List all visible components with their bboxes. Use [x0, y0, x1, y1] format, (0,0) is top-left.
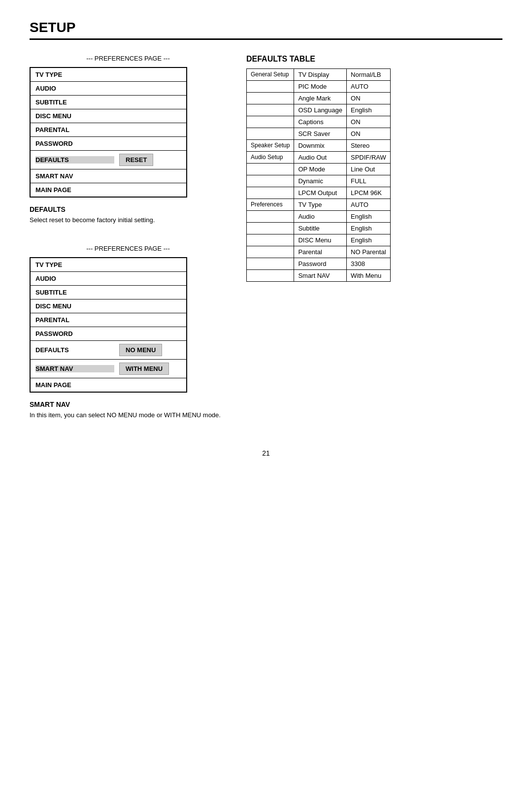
table-row: DynamicFULL [247, 175, 391, 187]
table-row: Angle MarkON [247, 93, 391, 104]
menu-item-subtitle-1-label: SUBTITLE [35, 99, 114, 106]
table-cell-setting: Captions [294, 116, 347, 128]
menu-item-mainpage-1-label: MAIN PAGE [35, 186, 114, 194]
table-cell-value: LPCM 96K [347, 187, 391, 199]
menu-item-parental-2-label: PARENTAL [35, 316, 114, 324]
table-row: AudioEnglish [247, 211, 391, 223]
table-cell-value: Normal/LB [347, 69, 391, 81]
table-row: PreferencesTV TypeAUTO [247, 199, 391, 211]
menu-item-smartnav-2-label: SMART NAV [35, 365, 114, 372]
left-column: --- PREFERENCES PAGE --- TV TYPE AUDIO S… [30, 55, 227, 420]
page-number: 21 [30, 449, 502, 457]
menu-item-audio-1-label: AUDIO [35, 85, 114, 92]
table-cell-value: English [347, 223, 391, 234]
section2-block: --- PREFERENCES PAGE --- TV TYPE AUDIO S… [30, 245, 227, 420]
section2-menu-box: TV TYPE AUDIO SUBTITLE DISC MENU PARENTA… [30, 257, 187, 393]
menu-item-tvtype-2-label: TV TYPE [35, 261, 114, 268]
menu-item-audio-2-label: AUDIO [35, 275, 114, 282]
table-cell-setting: Audio Out [294, 152, 347, 164]
page-title: SETUP [30, 20, 502, 40]
table-cell-value: With Menu [347, 270, 391, 282]
table-cell-setting: SCR Saver [294, 128, 347, 140]
menu-item-discmenu-2: DISC MENU [31, 299, 186, 313]
table-cell-value: ON [347, 116, 391, 128]
menu-item-mainpage-1: MAIN PAGE [31, 183, 186, 197]
table-row: SCR SaverON [247, 128, 391, 140]
table-cell-setting: Subtitle [294, 223, 347, 234]
menu-item-defaults-1-label: DEFAULTS [35, 156, 114, 164]
right-column: DEFAULTS TABLE General SetupTV DisplayNo… [246, 55, 502, 420]
table-cell-category [247, 223, 294, 234]
table-row: General SetupTV DisplayNormal/LB [247, 69, 391, 81]
table-cell-setting: Smart NAV [294, 270, 347, 282]
table-cell-category [247, 81, 294, 93]
menu-item-password-1-label: PASSWORD [35, 140, 114, 147]
section1-label: --- PREFERENCES PAGE --- [30, 55, 227, 62]
table-row: ParentalNO Parental [247, 246, 391, 258]
table-row: Password3308 [247, 258, 391, 270]
menu-item-subtitle-2-label: SUBTITLE [35, 289, 114, 296]
table-cell-category: Preferences [247, 199, 294, 211]
defaults-description: DEFAULTS Select reset to become factory … [30, 205, 227, 225]
menu-item-password-2: PASSWORD [31, 327, 186, 341]
menu-item-password-1: PASSWORD [31, 137, 186, 151]
table-cell-setting: TV Display [294, 69, 347, 81]
table-cell-setting: Parental [294, 246, 347, 258]
defaults-reset-option[interactable]: RESET [119, 154, 153, 166]
table-cell-value: English [347, 211, 391, 223]
table-cell-setting: DISC Menu [294, 234, 347, 246]
table-row: PIC ModeAUTO [247, 81, 391, 93]
table-cell-category [247, 270, 294, 282]
table-row: LPCM OutputLPCM 96K [247, 187, 391, 199]
table-cell-setting: Angle Mark [294, 93, 347, 104]
table-cell-category [247, 234, 294, 246]
table-row: DISC MenuEnglish [247, 234, 391, 246]
menu-item-password-2-label: PASSWORD [35, 330, 114, 337]
table-cell-value: ON [347, 93, 391, 104]
table-cell-category [247, 128, 294, 140]
table-cell-category [247, 187, 294, 199]
table-cell-value: AUTO [347, 199, 391, 211]
table-cell-category [247, 246, 294, 258]
defaults-description-text: Select reset to become factory initial s… [30, 215, 227, 225]
menu-item-smartnav-1-label: SMART NAV [35, 172, 114, 180]
defaults-description-title: DEFAULTS [30, 205, 227, 213]
menu-item-tvtype-2: TV TYPE [31, 258, 186, 272]
table-cell-value: 3308 [347, 258, 391, 270]
menu-item-smartnav-2[interactable]: SMART NAV WITH MENU [31, 360, 186, 378]
table-cell-value: Stereo [347, 140, 391, 152]
table-row: Audio SetupAudio OutSPDIF/RAW [247, 152, 391, 164]
menu-item-audio-2: AUDIO [31, 272, 186, 286]
menu-item-parental-1-label: PARENTAL [35, 126, 114, 133]
menu-item-defaults-1[interactable]: DEFAULTS RESET [31, 151, 186, 169]
table-cell-setting: OSD Language [294, 104, 347, 116]
section1-menu-box: TV TYPE AUDIO SUBTITLE DISC MENU PARENTA… [30, 67, 187, 198]
table-row: CaptionsON [247, 116, 391, 128]
table-cell-value: English [347, 234, 391, 246]
table-cell-category: Audio Setup [247, 152, 294, 164]
table-cell-setting: PIC Mode [294, 81, 347, 93]
table-row: Smart NAVWith Menu [247, 270, 391, 282]
table-cell-value: English [347, 104, 391, 116]
menu-item-discmenu-1: DISC MENU [31, 109, 186, 123]
table-cell-value: SPDIF/RAW [347, 152, 391, 164]
smartnav-description-title: SMART NAV [30, 400, 227, 408]
table-cell-setting: Downmix [294, 140, 347, 152]
menu-item-tvtype-1-label: TV TYPE [35, 71, 114, 78]
menu-item-mainpage-2-label: MAIN PAGE [35, 381, 114, 389]
smartnav-withmenu-option[interactable]: WITH MENU [119, 363, 169, 375]
menu-item-tvtype-1: TV TYPE [31, 68, 186, 82]
menu-item-audio-1: AUDIO [31, 82, 186, 96]
menu-item-subtitle-1: SUBTITLE [31, 96, 186, 109]
table-cell-category [247, 116, 294, 128]
table-row: OSD LanguageEnglish [247, 104, 391, 116]
table-cell-category: General Setup [247, 69, 294, 81]
menu-item-subtitle-2: SUBTITLE [31, 286, 186, 299]
defaults-nomenu-option[interactable]: NO MENU [119, 344, 162, 356]
main-content: --- PREFERENCES PAGE --- TV TYPE AUDIO S… [30, 55, 502, 420]
table-cell-value: ON [347, 128, 391, 140]
table-cell-value: Line Out [347, 164, 391, 175]
menu-item-defaults-2[interactable]: DEFAULTS NO MENU [31, 341, 186, 360]
table-cell-value: NO Parental [347, 246, 391, 258]
section2-label: --- PREFERENCES PAGE --- [30, 245, 227, 252]
